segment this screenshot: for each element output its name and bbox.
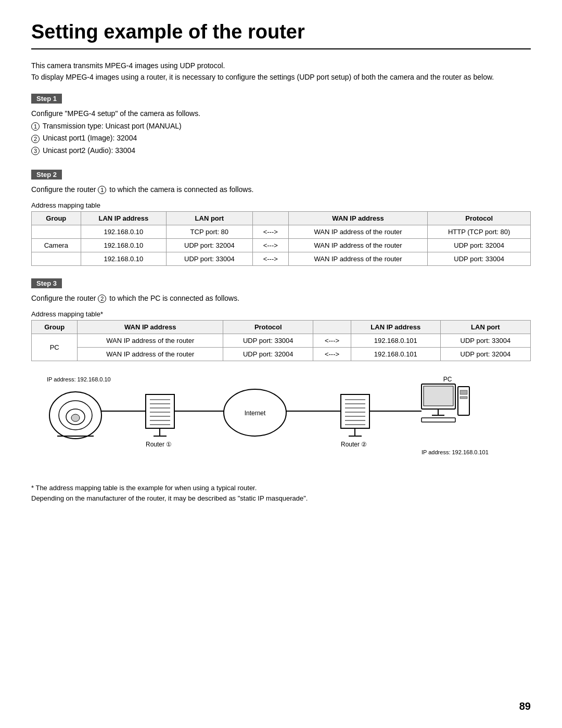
network-diagram: IP address: 192.168.0.10 bbox=[31, 374, 531, 478]
router1-label: Router ① bbox=[146, 441, 172, 448]
step3-content: Configure the router 2 to which the PC i… bbox=[31, 292, 531, 305]
step3-col-group: Group bbox=[32, 320, 78, 334]
svg-rect-31 bbox=[460, 390, 467, 394]
step3-col-protocol: Protocol bbox=[223, 320, 313, 334]
step1-item3: 3 Unicast port2 (Audio): 33004 bbox=[31, 145, 531, 157]
step1-item3-text: Unicast port2 (Audio): 33004 bbox=[43, 146, 135, 155]
s3-row2-lan-ip: 192.168.0.101 bbox=[351, 347, 440, 361]
row3-wan-ip: WAN IP address of the router bbox=[288, 252, 428, 265]
router2-circle: 2 bbox=[98, 295, 106, 303]
table-row: 192.168.0.10 UDP port: 33004 <---> WAN I… bbox=[32, 252, 531, 265]
row2-wan-ip: WAN IP address of the router bbox=[288, 238, 428, 252]
pc-ip-label: IP address: 192.168.0.101 bbox=[422, 449, 489, 455]
s3-row1-arrow: <---> bbox=[313, 334, 351, 347]
step2-col-protocol: Protocol bbox=[428, 211, 531, 225]
intro-line2: To display MPEG-4 images using a router,… bbox=[31, 71, 531, 83]
row2-lan-ip: 192.168.0.10 bbox=[81, 238, 166, 252]
row2-arrow: <---> bbox=[252, 238, 288, 252]
s3-row1-lan-ip: 192.168.0.101 bbox=[351, 334, 440, 347]
intro-line1: This camera transmits MPEG-4 images usin… bbox=[31, 60, 531, 71]
camera-icon bbox=[49, 392, 101, 439]
circle-2: 2 bbox=[31, 135, 40, 143]
row3-protocol: UDP port: 33004 bbox=[428, 252, 531, 265]
circle-1: 1 bbox=[31, 122, 40, 131]
step1-item1-text: Transmission type: Unicast port (MANUAL) bbox=[43, 122, 182, 130]
step1-content: Configure "MPEG-4 setup" of the camera a… bbox=[31, 108, 531, 157]
table-row: 192.168.0.10 TCP port: 80 <---> WAN IP a… bbox=[32, 225, 531, 238]
pc-icon bbox=[422, 384, 469, 422]
row1-arrow: <---> bbox=[252, 225, 288, 238]
row3-arrow: <---> bbox=[252, 252, 288, 265]
svg-point-3 bbox=[71, 414, 80, 422]
internet-label: Internet bbox=[245, 410, 266, 417]
step3-block: Step 3 Configure the router 2 to which t… bbox=[31, 278, 531, 361]
step2-col-lan-port: LAN port bbox=[167, 211, 253, 225]
step3-col-lan-port: LAN port bbox=[440, 320, 530, 334]
s3-row1-group: PC bbox=[32, 334, 78, 361]
step2-label: Step 2 bbox=[31, 170, 62, 180]
row1-protocol: HTTP (TCP port: 80) bbox=[428, 225, 531, 238]
row3-group bbox=[32, 252, 81, 265]
diagram-svg: IP address: 192.168.0.10 bbox=[31, 374, 531, 478]
step1-label: Step 1 bbox=[31, 94, 62, 104]
circle-3: 3 bbox=[31, 147, 40, 155]
step1-item2-text: Unicast port1 (Image): 32004 bbox=[43, 134, 137, 142]
row3-lan-port: UDP port: 33004 bbox=[167, 252, 253, 265]
row1-group bbox=[32, 225, 81, 238]
s3-row2-lan-port: UDP port: 32004 bbox=[440, 347, 530, 361]
internet-icon: Internet bbox=[224, 389, 286, 436]
step3-table-label: Address mapping table* bbox=[31, 310, 531, 318]
footnote-section: * The address mapping table is the examp… bbox=[31, 483, 531, 505]
step1-item2: 2 Unicast port1 (Image): 32004 bbox=[31, 132, 531, 145]
step3-col-wan-ip: WAN IP address bbox=[78, 320, 223, 334]
step2-col-wan-ip: WAN IP address bbox=[288, 211, 428, 225]
pc-label-top: PC bbox=[443, 376, 452, 383]
s3-row2-arrow: <---> bbox=[313, 347, 351, 361]
table-row: WAN IP address of the router UDP port: 3… bbox=[32, 347, 531, 361]
s3-row1-protocol: UDP port: 33004 bbox=[223, 334, 313, 347]
router1-circle: 1 bbox=[98, 186, 106, 194]
svg-rect-27 bbox=[424, 386, 453, 406]
footnote-line2: Depending on the manufacturer of the rou… bbox=[31, 493, 531, 504]
step3-col-arrow bbox=[313, 320, 351, 334]
step3-col-lan-ip: LAN IP address bbox=[351, 320, 440, 334]
page-number: 89 bbox=[519, 700, 531, 712]
step2-col-group: Group bbox=[32, 211, 81, 225]
svg-rect-33 bbox=[422, 418, 455, 422]
row1-lan-port: TCP port: 80 bbox=[167, 225, 253, 238]
router2-icon bbox=[341, 394, 369, 436]
row1-wan-ip: WAN IP address of the router bbox=[288, 225, 428, 238]
row3-lan-ip: 192.168.0.10 bbox=[81, 252, 166, 265]
footnote-line1: * The address mapping table is the examp… bbox=[31, 483, 531, 494]
step2-table-label: Address mapping table bbox=[31, 201, 531, 209]
s3-row2-wan-ip: WAN IP address of the router bbox=[78, 347, 223, 361]
step2-description: Configure the router 1 to which the came… bbox=[31, 184, 531, 196]
page-title: Setting example of the router bbox=[31, 21, 531, 49]
router2-label: Router ② bbox=[341, 441, 367, 448]
camera-ip-label: IP address: 192.168.0.10 bbox=[47, 376, 111, 382]
row2-protocol: UDP port: 32004 bbox=[428, 238, 531, 252]
s3-row1-wan-ip: WAN IP address of the router bbox=[78, 334, 223, 347]
router1-icon bbox=[146, 394, 174, 436]
step2-block: Step 2 Configure the router 1 to which t… bbox=[31, 170, 531, 266]
row2-lan-port: UDP port: 32004 bbox=[167, 238, 253, 252]
table-row: PC WAN IP address of the router UDP port… bbox=[32, 334, 531, 347]
step2-table: Group LAN IP address LAN port WAN IP add… bbox=[31, 211, 531, 266]
row1-lan-ip: 192.168.0.10 bbox=[81, 225, 166, 238]
step1-description: Configure "MPEG-4 setup" of the camera a… bbox=[31, 108, 531, 120]
table-row: Camera 192.168.0.10 UDP port: 32004 <---… bbox=[32, 238, 531, 252]
step3-table: Group WAN IP address Protocol LAN IP add… bbox=[31, 320, 531, 361]
row2-group: Camera bbox=[32, 238, 81, 252]
step3-label: Step 3 bbox=[31, 278, 62, 288]
s3-row1-lan-port: UDP port: 33004 bbox=[440, 334, 530, 347]
step1-item1: 1 Transmission type: Unicast port (MANUA… bbox=[31, 120, 531, 133]
step2-col-lan-ip: LAN IP address bbox=[81, 211, 166, 225]
svg-rect-32 bbox=[460, 397, 467, 399]
s3-row2-protocol: UDP port: 32004 bbox=[223, 347, 313, 361]
step1-block: Step 1 Configure "MPEG-4 setup" of the c… bbox=[31, 94, 531, 157]
step2-col-arrow bbox=[252, 211, 288, 225]
intro-section: This camera transmits MPEG-4 images usin… bbox=[31, 60, 531, 83]
step3-description: Configure the router 2 to which the PC i… bbox=[31, 292, 531, 305]
step2-content: Configure the router 1 to which the came… bbox=[31, 184, 531, 196]
